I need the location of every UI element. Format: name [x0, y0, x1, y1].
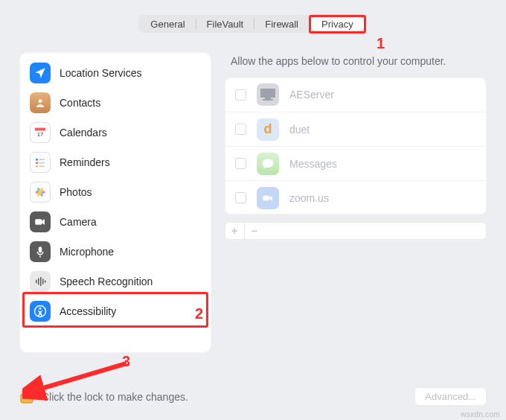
bottom-bar: Click the lock to make changes. Advanced…: [19, 386, 487, 407]
svg-point-21: [39, 308, 42, 310]
sidebar-item-label: Contacts: [60, 97, 100, 109]
svg-rect-16: [38, 279, 39, 285]
sidebar-item-label: Camera: [60, 216, 97, 228]
app-checkbox[interactable]: [235, 124, 246, 135]
speech-icon: [30, 271, 51, 292]
svg-rect-26: [21, 394, 33, 403]
app-row-aeserver[interactable]: AEServer: [225, 77, 487, 112]
tab-filevault[interactable]: FileVault: [196, 17, 254, 31]
sidebar-item-microphone[interactable]: Microphone: [19, 237, 211, 267]
app-icon-zoom: [257, 187, 279, 209]
app-name: AEServer: [289, 89, 334, 101]
remove-button[interactable]: −: [244, 222, 263, 240]
sidebar-item-contacts[interactable]: Contacts: [19, 88, 211, 118]
svg-rect-6: [39, 162, 45, 164]
svg-rect-22: [260, 89, 275, 98]
right-pane-heading: Allow the apps below to control your com…: [225, 52, 487, 77]
svg-text:17: 17: [37, 131, 44, 138]
app-row-messages[interactable]: Messages: [225, 146, 487, 180]
sidebar-item-label: Microphone: [60, 246, 114, 258]
svg-rect-25: [263, 195, 269, 200]
svg-rect-19: [45, 281, 46, 283]
svg-rect-15: [36, 280, 37, 284]
sidebar-item-label: Reminders: [60, 156, 110, 168]
sidebar-item-accessibility[interactable]: Accessibility: [19, 296, 211, 326]
app-icon-messages: [257, 153, 279, 175]
panel-container: Location Services Contacts 17 Calendars …: [19, 52, 487, 353]
privacy-category-sidebar: Location Services Contacts 17 Calendars …: [19, 52, 211, 353]
app-name: Messages: [289, 158, 337, 170]
sidebar-item-reminders[interactable]: Reminders: [19, 147, 211, 177]
tab-bar: General FileVault Firewall Privacy: [0, 15, 506, 33]
svg-rect-1: [35, 128, 45, 131]
annotation-highlight-1: Privacy: [309, 15, 366, 34]
annotation-2: 2: [195, 305, 203, 322]
sidebar-item-label: Calendars: [60, 127, 107, 139]
svg-rect-23: [265, 98, 271, 99]
lock-group: Click the lock to make changes.: [19, 386, 188, 407]
app-name: duet: [289, 124, 310, 136]
app-checkbox[interactable]: [235, 192, 246, 203]
annotation-3: 3: [122, 353, 130, 370]
add-button[interactable]: +: [225, 222, 244, 240]
right-pane: Allow the apps below to control your com…: [225, 52, 487, 353]
app-name: zoom.us: [289, 192, 329, 204]
svg-rect-4: [39, 159, 45, 161]
svg-rect-8: [39, 166, 45, 168]
location-icon: [30, 63, 51, 83]
lock-icon[interactable]: [19, 386, 34, 407]
photos-icon: [30, 182, 51, 203]
sidebar-item-label: Location Services: [60, 67, 142, 79]
app-row-zoom[interactable]: zoom.us: [225, 180, 487, 214]
app-icon-generic: [257, 83, 279, 106]
tab-privacy[interactable]: Privacy: [311, 17, 364, 31]
microphone-icon: [30, 241, 51, 262]
camera-icon: [30, 211, 51, 232]
segmented-control: General FileVault Firewall Privacy: [138, 15, 367, 33]
sidebar-item-camera[interactable]: Camera: [19, 207, 211, 237]
contacts-icon: [30, 92, 51, 113]
watermark: wsxdn.com: [461, 410, 500, 419]
app-list: AEServer d duet Messages zoom.us: [225, 77, 487, 214]
tab-firewall[interactable]: Firewall: [254, 17, 309, 31]
svg-rect-24: [263, 99, 273, 101]
reminders-icon: [30, 152, 51, 173]
sidebar-item-label: Photos: [60, 186, 92, 198]
svg-point-7: [36, 165, 38, 168]
tab-general[interactable]: General: [140, 17, 195, 31]
sidebar-item-label: Accessibility: [60, 305, 116, 317]
annotation-1: 1: [377, 35, 385, 52]
app-checkbox[interactable]: [235, 89, 246, 101]
svg-rect-18: [42, 279, 44, 284]
sidebar-item-calendars[interactable]: 17 Calendars: [19, 118, 211, 147]
svg-point-0: [39, 99, 42, 103]
sidebar-item-label: Speech Recognition: [60, 276, 153, 287]
add-remove-control: + −: [225, 222, 487, 240]
svg-rect-17: [40, 277, 42, 286]
svg-point-3: [36, 159, 38, 161]
svg-rect-14: [39, 246, 42, 252]
app-icon-duet: d: [257, 118, 279, 141]
calendar-icon: 17: [30, 122, 51, 143]
sidebar-item-location-services[interactable]: Location Services: [19, 58, 211, 88]
advanced-button[interactable]: Advanced...: [414, 387, 487, 406]
svg-rect-13: [35, 219, 42, 225]
app-row-duet[interactable]: d duet: [225, 112, 487, 146]
sidebar-item-photos[interactable]: Photos: [19, 177, 211, 207]
sidebar-item-speech-recognition[interactable]: Speech Recognition: [19, 267, 211, 296]
accessibility-icon: [30, 301, 51, 322]
app-checkbox[interactable]: [235, 158, 246, 169]
lock-text: Click the lock to make changes.: [42, 391, 188, 403]
svg-point-5: [36, 162, 38, 164]
